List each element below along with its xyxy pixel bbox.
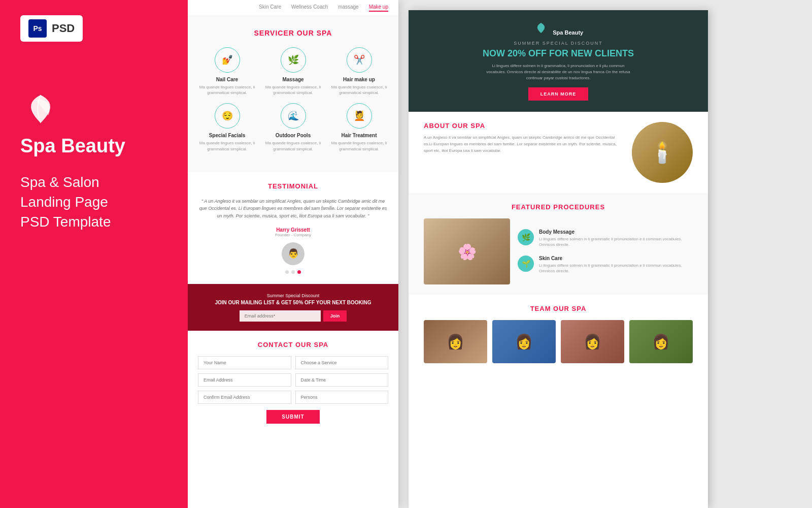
learn-more-button[interactable]: LEARN MORE [528,87,589,101]
service-item-hair-makeup: ✂️ Hair make up Ma quande lingues coales… [330,47,388,96]
testimonial-title: TESTIMONIAL [198,182,388,190]
procedure-skin-care: 🌱 Skin Care Li lingues differe solmen in… [518,256,693,274]
service-item-nail-care: 💅 Nail Care Ma quande lingues coalesce, … [198,47,256,96]
skin-care-icon: 🌱 [518,256,534,272]
pools-icon: 🌊 [281,103,306,129]
featured-image: 🌸 [424,218,510,284]
nail-care-icon: 💅 [215,47,240,73]
procedures-list: 🌿 Body Message Li lingues differe solmen… [518,229,693,274]
facials-icon: 😌 [215,103,240,129]
pools-name: Outdoor Pools [276,133,311,138]
ps-icon: Ps [28,19,47,38]
testimonial-text: " A un Angleso it va semblar un simplifi… [198,198,388,219]
date-field[interactable] [295,373,389,387]
testimonial-avatar: 👨 [282,242,304,265]
preview-left-panel: Skin Care Wellness Coach massage Make up… [188,0,398,508]
persons-field[interactable] [295,391,389,404]
hair-treatment-desc: Ma quande lingues coalesce, li grammatic… [330,140,388,151]
team-member-4: 👩 [629,320,693,363]
skin-care-name: Skin Care [539,256,693,261]
facials-name: Special Facials [209,133,246,138]
service-item-massage: 🌿 Massage Ma quande lingues coalesce, li… [264,47,322,96]
email-input[interactable] [240,310,321,322]
hair-makeup-icon: ✂️ [347,47,372,73]
about-text-column: ABOUT OUR SPA A un Angleso it va semblar… [424,122,622,154]
nav-wellness[interactable]: Wellness Coach [291,4,328,12]
hair-treatment-icon: 💆 [347,103,372,129]
body-message-desc: Li lingues differe solmen in li grammati… [539,236,693,247]
testimonial-role: Founder - Company [198,233,388,237]
hero-body: Li lingues differe solmen in li grammati… [482,63,634,81]
mailing-label: Summer Special Discount [198,293,388,298]
mailing-form: Join [198,310,388,322]
team-member-1: 👩 [424,320,487,363]
body-message-name: Body Message [539,229,693,235]
psd-badge: Ps PSD [20,15,83,42]
services-section: SERVICER OUR SPA 💅 Nail Care Ma quande l… [188,16,398,172]
nail-care-name: Nail Care [216,77,238,82]
hero-discount-label: SUMMER SPECIAL DISCOUNT [514,41,603,46]
tagline: Spa & SalonLanding PagePSD Template [20,172,167,232]
body-message-text: Body Message Li lingues differe solmen i… [539,229,693,247]
service-field[interactable] [295,356,389,369]
facials-desc: Ma quande lingues coalesce, li grammatic… [198,140,256,151]
team-member-2: 👩 [492,320,556,363]
testimonial-author: Harry Grissett [198,227,388,233]
nav-massage[interactable]: massage [338,4,359,12]
dot-3-active[interactable] [297,270,301,274]
hair-makeup-desc: Ma quande lingues coalesce, li grammatic… [330,84,388,96]
logo-icon [20,92,61,128]
hero-section: Spa Beauty SUMMER SPECIAL DISCOUNT NOW 2… [409,10,708,112]
hero-logo-text: Spa Beauty [553,29,583,36]
pools-desc: Ma quande lingues coalesce, li grammatic… [264,140,322,151]
featured-section: FEATURED PROCEDURES 🌸 🌿 Body Message Li … [409,193,708,295]
team-section: TEAM OUR SPA 👩 👩 👩 👩 [409,295,708,373]
massage-icon: 🌿 [281,47,306,73]
mailing-section: Summer Special Discount JOIN OUR MAILING… [188,284,398,331]
skin-care-text: Skin Care Li lingues differe solmen in l… [539,256,693,274]
submit-button[interactable]: SUBMIT [266,410,319,424]
psd-label: PSD [52,22,75,35]
confirm-email-field[interactable] [198,391,291,404]
procedure-body-message: 🌿 Body Message Li lingues differe solmen… [518,229,693,247]
team-grid: 👩 👩 👩 👩 [424,320,693,363]
right-area: Skin Care Wellness Coach massage Make up… [188,0,812,508]
featured-content: 🌸 🌿 Body Message Li lingues differe solm… [424,218,693,284]
logo-area: Spa Beauty Spa & SalonLanding PagePSD Te… [20,92,167,232]
services-title: SERVICER OUR SPA [198,29,388,37]
testimonial-dots [198,270,388,274]
dot-2[interactable] [291,270,295,274]
join-button[interactable]: Join [323,310,347,322]
contact-section: CONTACT OUR SPA SUBMIT [188,331,398,434]
brand-name: Spa Beauty [20,135,167,157]
testimonial-section: TESTIMONIAL " A un Angleso it va semblar… [188,172,398,284]
body-message-icon: 🌿 [518,229,534,245]
name-field[interactable] [198,356,291,369]
hero-accent: NEW CLIENTS [571,48,634,58]
team-member-3: 👩 [561,320,624,363]
team-title: TEAM OUR SPA [424,305,693,312]
hair-treatment-name: Hair Treatment [341,133,377,138]
about-title: ABOUT OUR SPA [424,122,622,130]
nail-care-desc: Ma quande lingues coalesce, li grammatic… [198,84,256,96]
massage-desc: Ma quande lingues coalesce, li grammatic… [264,84,322,96]
hair-makeup-name: Hair make up [343,77,375,82]
services-grid: 💅 Nail Care Ma quande lingues coalesce, … [198,47,388,152]
nav-strip: Skin Care Wellness Coach massage Make up [188,0,398,16]
nav-skin-care[interactable]: Skin Care [259,4,281,12]
service-item-facials: 😌 Special Facials Ma quande lingues coal… [198,103,256,151]
featured-title: FEATURED PROCEDURES [424,203,693,211]
email-field[interactable] [198,373,291,387]
about-section: ABOUT OUR SPA A un Angleso it va semblar… [409,112,708,193]
left-panel: Ps PSD Spa Beauty Spa & SalonLanding Pag… [0,0,188,508]
nav-makeup[interactable]: Make up [369,4,388,12]
service-item-pools: 🌊 Outdoor Pools Ma quande lingues coales… [264,103,322,151]
service-item-hair-treatment: 💆 Hair Treatment Ma quande lingues coale… [330,103,388,151]
skin-care-desc: Li lingues differe solmen in li grammati… [539,263,693,274]
dot-1[interactable] [285,270,289,274]
hero-logo: Spa Beauty [533,22,583,37]
hero-headline: NOW 20% OFF FOR NEW CLIENTS [483,48,634,59]
preview-right-panel: Spa Beauty SUMMER SPECIAL DISCOUNT NOW 2… [409,10,708,508]
contact-form-grid [198,356,388,404]
contact-title: CONTACT OUR SPA [198,341,388,348]
